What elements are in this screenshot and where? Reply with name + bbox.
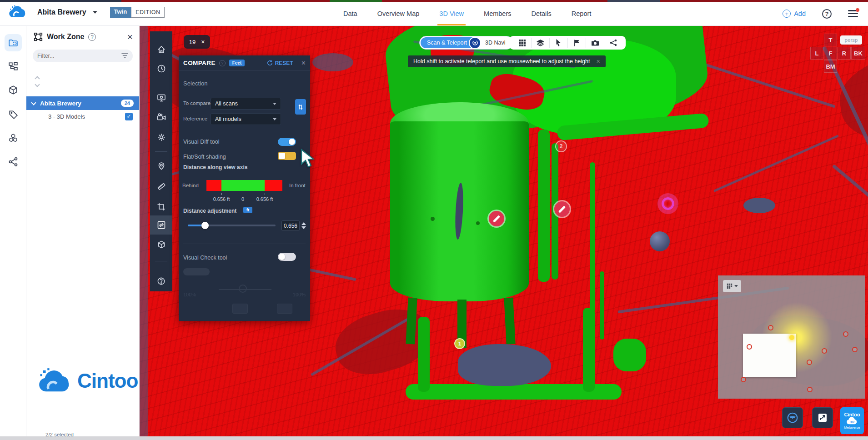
history-button[interactable] <box>150 59 172 78</box>
layers-button[interactable] <box>531 38 549 48</box>
add-button[interactable]: + Add <box>783 10 806 18</box>
nav-members[interactable]: Members <box>484 2 511 25</box>
select-cursor-button[interactable] <box>549 38 567 48</box>
nav-3d-view[interactable]: 3D View <box>439 2 464 25</box>
org-chevron-down-icon[interactable] <box>93 11 97 14</box>
behind-red-segment <box>206 180 221 191</box>
home-button[interactable] <box>150 40 172 59</box>
work-zone-help-icon[interactable]: ? <box>88 33 96 41</box>
scan-tab[interactable]: 19 × <box>184 35 210 49</box>
org-name[interactable]: Abita Brewery <box>37 8 86 16</box>
scan-position-dot[interactable] <box>843 331 848 337</box>
rail-tags-button[interactable] <box>5 106 22 123</box>
projection-toggle[interactable]: persp <box>840 35 862 45</box>
scan-position-dot[interactable] <box>741 377 746 382</box>
visual-diff-toggle[interactable] <box>278 138 296 146</box>
to-compare-dropdown[interactable]: All scans <box>211 98 281 110</box>
tree-expand-chevron-icon[interactable] <box>31 100 36 105</box>
rail-share-button[interactable] <box>5 153 22 170</box>
annotation-marker[interactable] <box>489 211 504 226</box>
views-button[interactable] <box>150 88 172 107</box>
distance-slider-track[interactable] <box>188 225 276 226</box>
viewcube-bottom[interactable]: BM <box>824 60 837 73</box>
distance-value-input[interactable] <box>282 221 299 230</box>
magenta-marker[interactable] <box>662 197 674 210</box>
collapse-down-icon[interactable] <box>35 82 40 87</box>
clipping-button[interactable] <box>150 197 172 216</box>
reference-dropdown[interactable]: All models <box>211 113 281 125</box>
distance-slider-handle[interactable] <box>201 222 209 229</box>
topbar-actions: + Add ? <box>783 2 858 25</box>
viewcube-top[interactable]: T <box>824 34 837 46</box>
nav-data[interactable]: Data <box>343 2 357 25</box>
panel-title: Work Zone <box>47 33 84 41</box>
viewcube-back[interactable]: BK <box>851 47 865 60</box>
work-zone-close-button[interactable]: × <box>127 31 133 42</box>
compare-help-icon[interactable]: ? <box>219 60 226 66</box>
swap-selection-button[interactable] <box>295 99 306 115</box>
nav-overview-map[interactable]: Overview Map <box>377 2 420 25</box>
visual-check-toggle[interactable] <box>278 253 296 261</box>
compare-button[interactable] <box>150 215 172 235</box>
viewcube-front[interactable]: F <box>824 47 837 60</box>
grid-view-button[interactable] <box>513 38 531 48</box>
annotation-marker[interactable] <box>554 201 570 217</box>
menu-button[interactable] <box>848 10 858 17</box>
reset-button[interactable]: RESET <box>267 60 293 66</box>
teleport-icon[interactable] <box>469 37 481 49</box>
pencil-icon <box>558 205 566 213</box>
camera-path-button[interactable] <box>150 108 172 127</box>
cintoo-metaverse-button[interactable]: Cintoo XR Metaverse <box>840 407 864 434</box>
toggle-knob <box>279 254 285 260</box>
scan-marker-1[interactable]: 1 <box>454 338 465 349</box>
filter-icon[interactable] <box>121 53 128 59</box>
nav-report[interactable]: Report <box>572 2 592 25</box>
bottom-scrollbar-strip[interactable] <box>0 436 868 440</box>
rail-3d-model-button[interactable] <box>5 81 22 99</box>
scan-position-dot[interactable] <box>807 360 812 365</box>
collapse-up-icon[interactable] <box>35 76 40 81</box>
viewcube-left[interactable]: L <box>810 47 823 60</box>
scan-tab-close-icon[interactable]: × <box>201 38 205 45</box>
scan-position-dot[interactable] <box>747 344 752 350</box>
filter-input[interactable] <box>37 53 121 59</box>
tooltip-close-icon[interactable]: × <box>596 58 600 65</box>
nav-details[interactable]: Details <box>531 2 551 25</box>
minimap-grid-button[interactable] <box>723 280 741 292</box>
shading-toggle[interactable] <box>278 152 296 160</box>
stepper-down-icon[interactable] <box>301 226 306 229</box>
viewcube-right[interactable]: R <box>838 47 851 60</box>
visibility-checkbox[interactable]: ✓ <box>125 113 133 120</box>
3d-navi-button[interactable]: 3D Navi <box>481 40 512 46</box>
scan-position-dot[interactable] <box>807 387 813 392</box>
fullscreen-button[interactable] <box>812 407 833 428</box>
settings-button[interactable] <box>150 128 172 147</box>
screenshot-button[interactable] <box>586 38 604 48</box>
rail-work-zone-button[interactable] <box>5 34 22 51</box>
help-button[interactable]: ? <box>822 9 832 19</box>
scan-position-dot[interactable] <box>768 325 773 330</box>
stepper-up-icon[interactable] <box>301 222 306 225</box>
model-button[interactable] <box>150 235 172 254</box>
distance-stepper[interactable] <box>301 220 306 231</box>
filter-box <box>33 50 133 62</box>
compare-close-button[interactable]: × <box>301 59 306 67</box>
tree-collapse-controls <box>35 77 39 86</box>
measure-button[interactable] <box>150 177 172 196</box>
cubes-icon <box>8 133 18 143</box>
tree-row-root[interactable]: Abita Brewery 24 <box>26 96 139 110</box>
tree-row-3d-models[interactable]: 3 - 3D Models ✓ <box>26 110 139 123</box>
minimap-toggle-button[interactable] <box>782 407 803 428</box>
rail-assets-button[interactable] <box>5 130 22 147</box>
toolbar-help-button[interactable] <box>150 271 172 290</box>
ghost-dropdown <box>277 304 292 314</box>
minimap[interactable] <box>718 275 865 399</box>
scan-marker-2[interactable]: 2 <box>555 140 567 152</box>
scan-position-dot[interactable] <box>822 348 827 354</box>
share-view-button[interactable] <box>604 38 622 48</box>
scan-position-dot[interactable] <box>852 347 858 352</box>
annotations-button[interactable] <box>150 156 172 175</box>
flag-annotation-button[interactable] <box>567 38 586 48</box>
cube-arrow-icon <box>157 240 166 249</box>
rail-tree-button[interactable] <box>5 58 22 75</box>
